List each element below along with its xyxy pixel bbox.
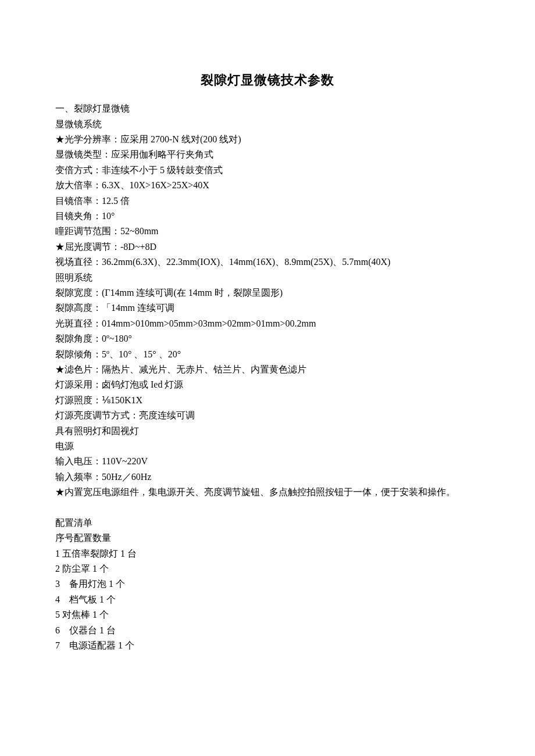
spec-line: 灯源采用：卤钨灯泡或 Ied 灯源 bbox=[55, 377, 480, 392]
blank-line bbox=[55, 500, 480, 515]
spec-line: 裂隙角度：0º~180° bbox=[55, 331, 480, 346]
spec-line: 瞳距调节范围：52~80mm bbox=[55, 224, 480, 239]
spec-line: 目镜夹角：10° bbox=[55, 209, 480, 224]
spec-line: 裂隙倾角：5º、10° 、15° 、20° bbox=[55, 347, 480, 362]
spec-line: 裂隙宽度：(Γ14mm 连续可调(在 14mm 时，裂隙呈圆形) bbox=[55, 285, 480, 300]
spec-line: 视场直径：36.2mm(6.3X)、22.3mm(IOX)、14mm(16X)、… bbox=[55, 255, 480, 270]
subsection-label: 电源 bbox=[55, 439, 480, 454]
spec-line: ★内置宽压电源组件，集电源开关、亮度调节旋钮、多点触控拍照按钮于一体，便于安装和… bbox=[55, 485, 480, 500]
spec-line: 放大倍率：6.3X、10X>16X>25X>40X bbox=[55, 178, 480, 193]
spec-line: ★滤色片：隔热片、减光片、无赤片、钴兰片、内置黄色滤片 bbox=[55, 362, 480, 377]
subsection-label: 照明系统 bbox=[55, 270, 480, 285]
spec-line: 裂隙高度：「14mm 连续可调 bbox=[55, 300, 480, 316]
spec-line: 变倍方式：非连续不小于 5 级转鼓变倍式 bbox=[55, 163, 480, 178]
subsection-label: 配置清单 bbox=[55, 515, 480, 531]
spec-line: 输入电压：110V~220V bbox=[55, 454, 480, 469]
spec-line: 输入频率：50Hz／60Hz bbox=[55, 470, 480, 485]
spec-line: 目镜倍率：12.5 倍 bbox=[55, 194, 480, 209]
spec-line: 具有照明灯和固视灯 bbox=[55, 424, 480, 439]
config-item: 5 对焦棒 1 个 bbox=[55, 607, 480, 622]
document-title: 裂隙灯显微镜技术参数 bbox=[55, 70, 480, 91]
config-item: 6 仪器台 1 台 bbox=[55, 623, 480, 638]
spec-line: 显微镜类型：应采用伽利略平行夹角式 bbox=[55, 147, 480, 162]
spec-line: ★屈光度调节：-8D~+8D bbox=[55, 239, 480, 255]
config-item: 2 防尘罩 1 个 bbox=[55, 561, 480, 576]
config-item: 1 五倍率裂隙灯 1 台 bbox=[55, 546, 480, 561]
config-header: 序号配置数量 bbox=[55, 531, 480, 546]
spec-line: ★光学分辨率：应采用 2700-N 线对(200 线对) bbox=[55, 132, 480, 147]
section-header: 一、裂隙灯显微镜 bbox=[55, 101, 480, 116]
spec-line: 灯源照度：⅟₈150K1X bbox=[55, 393, 480, 408]
config-item: 7 电源适配器 1 个 bbox=[55, 638, 480, 653]
spec-line: 灯源亮度调节方式：亮度连续可调 bbox=[55, 408, 480, 423]
spec-line: 光斑直径：014mm>010mm>05mm>03mm>02mm>01mm>00.… bbox=[55, 316, 480, 331]
config-item: 3 备用灯泡 1 个 bbox=[55, 576, 480, 592]
config-item: 4 档气板 1 个 bbox=[55, 592, 480, 607]
subsection-label: 显微镜系统 bbox=[55, 117, 480, 132]
